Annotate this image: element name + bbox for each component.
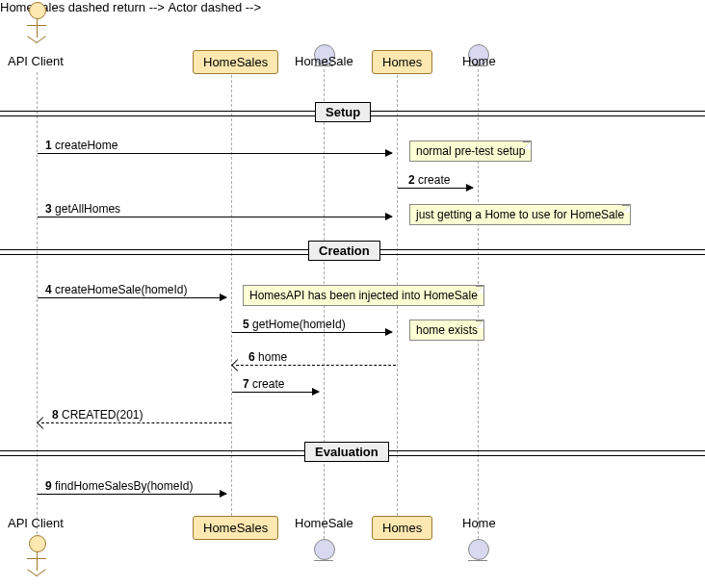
msg-3-label: 3 getAllHomes [45,202,120,216]
actor-label-bottom: API Client [8,516,64,530]
msg-8-label: 8 CREATED(201) [52,408,144,422]
actor-label: API Client [8,54,64,68]
arrow-icon [37,417,49,429]
note-home-exists: home exists [409,320,484,341]
msg-5-label: 5 getHome(homeId) [243,318,346,331]
msg-6-label: 6 home [248,350,287,364]
note-pretest: normal pre-test setup [409,141,532,162]
lifeline-homesales [231,75,232,535]
sequence-diagram: API Client HomeSales HomeSale Homes Home… [0,0,705,588]
lifeline-actor [37,72,38,534]
actor-head-icon [29,535,46,552]
divider-creation: Creation [308,241,380,261]
participant-homes-bottom: Homes [372,516,432,540]
entity-homesale-label-bottom: HomeSale [295,516,353,530]
entity-home-label-bottom: Home [462,516,496,530]
note-getting-home: just getting a Home to use for HomeSale [409,204,631,225]
entity-home-label: Home [462,54,496,68]
msg-1-label: 1 createHome [45,139,118,152]
note-injected: HomesAPI has been injected into HomeSale [243,285,484,306]
divider-evaluation: Evaluation [304,442,389,462]
entity-home-icon [468,539,489,560]
msg-2-label: 2 create [408,173,450,187]
msg-7-label: 7 create [243,377,284,391]
msg-4-label: 4 createHomeSale(homeId) [45,283,187,296]
entity-homesale-label: HomeSale [295,54,353,68]
msg-9-label: 9 findHomeSalesBy(homeId) [45,479,193,493]
divider-setup: Setup [315,102,371,122]
actor-head-icon [29,2,46,19]
arrow-icon [231,359,244,371]
entity-homesale-icon [314,539,335,560]
participant-homesales: HomeSales [193,50,278,74]
participant-homesales-bottom: HomeSales [193,516,278,540]
participant-homes: Homes [372,50,432,74]
